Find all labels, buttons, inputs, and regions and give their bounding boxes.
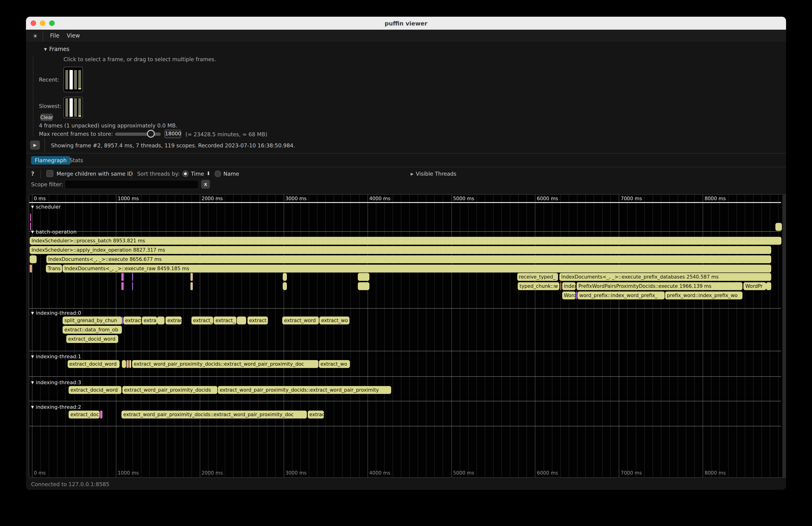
axis-tick-label: 4000 ms — [369, 195, 390, 201]
scope-bar[interactable]: index — [562, 282, 576, 290]
flamegraph-canvas[interactable]: 0 ms0 ms1000 ms1000 ms2000 ms2000 ms3000… — [29, 194, 786, 478]
scope-filter-clear-button[interactable]: x — [201, 180, 210, 189]
scope-bar[interactable]: extract_docid_word — [69, 386, 121, 394]
scope-bar[interactable]: extract_ — [214, 317, 236, 324]
thread-header-indexing-thread:1[interactable]: ▼indexing-thread:1 — [31, 354, 81, 360]
scope-bar[interactable]: PrefixWordPairsProximityDocids::execute … — [577, 282, 742, 290]
scope-bar-unlabeled[interactable] — [282, 273, 287, 281]
scope-bar-unlabeled[interactable] — [282, 282, 287, 290]
tab-flamegraph[interactable]: Flamegraph — [31, 156, 70, 164]
scope-bar-unlabeled[interactable] — [122, 360, 126, 368]
scope-bar-unlabeled[interactable] — [190, 282, 193, 290]
scope-bar[interactable]: IndexDocuments<_, _>::execute 8656.677 m… — [46, 255, 771, 263]
collapse-arrow-icon: ▼ — [31, 380, 34, 385]
scope-bar-unlabeled[interactable] — [100, 411, 102, 419]
thread-header-indexing-thread:0[interactable]: ▼indexing-thread:0 — [31, 310, 81, 316]
frame-thumbnail-tick — [78, 115, 81, 117]
thread-header-indexing-thread:3[interactable]: ▼indexing-thread:3 — [31, 380, 81, 385]
collapse-arrow-icon: ▼ — [31, 354, 34, 359]
help-button[interactable]: ? — [31, 171, 34, 177]
scope-bar[interactable]: extract_word_pair_proximity_docids::extr… — [121, 411, 307, 419]
scope-bar[interactable]: extract_word — [282, 317, 319, 324]
scope-bar-unlabeled[interactable] — [122, 317, 123, 324]
play-button[interactable]: ▶ — [30, 141, 40, 150]
sort-name-radio[interactable] — [215, 171, 221, 177]
scope-bar[interactable]: extract_wo — [319, 317, 349, 324]
scope-bar[interactable]: extract — [123, 317, 141, 324]
scope-bar[interactable]: extra — [142, 317, 157, 324]
scope-bar-unlabeled[interactable] — [129, 360, 131, 368]
scope-bar-unlabeled[interactable] — [576, 292, 577, 299]
scope-bar[interactable]: extract_docid_word — [66, 335, 118, 343]
frame-thumbnail-stripe — [74, 70, 77, 89]
theme-toggle-icon[interactable]: ☀ — [31, 32, 40, 40]
scope-bar[interactable]: IndexScheduler>::process_batch 8953.821 … — [30, 237, 781, 245]
scope-bar-unlabeled[interactable] — [766, 282, 771, 290]
scope-bar[interactable]: extrac — [307, 411, 324, 419]
section-separator — [29, 351, 781, 351]
tab-stats[interactable]: Stats — [70, 156, 83, 164]
scope-bar-unlabeled[interactable] — [132, 282, 133, 290]
scope-bar-unlabeled[interactable] — [126, 360, 129, 368]
scope-bar[interactable]: IndexScheduler>::apply_index_operation 8… — [30, 246, 771, 254]
scope-bar[interactable]: extract_wo — [319, 360, 350, 368]
controls-divider — [40, 170, 41, 178]
scope-bar-unlabeled[interactable] — [121, 273, 122, 281]
scope-bar-unlabeled[interactable] — [775, 223, 782, 231]
scope-bar[interactable]: split_grenad_by_chun — [62, 317, 122, 324]
sort-name-label[interactable]: Name — [223, 171, 239, 177]
separator — [26, 153, 786, 154]
scope-bar[interactable]: IndexDocuments<_, _>::execute_prefix_dat… — [560, 273, 771, 281]
max-frames-value[interactable]: 18000 — [164, 130, 181, 138]
sort-time-label[interactable]: Time — [191, 171, 204, 177]
scope-bar[interactable]: extract_word_pair_proximity_docids::extr… — [132, 360, 318, 368]
clear-button[interactable]: Clear — [40, 114, 53, 121]
scope-bar[interactable]: extract_word_pair_proximity_docids — [122, 386, 217, 394]
scope-bar[interactable]: word_prefix::index_word_prefix_ — [578, 292, 664, 299]
scope-bar[interactable]: Word — [562, 292, 576, 299]
thread-header-batch-operation[interactable]: ▼batch-operation — [31, 229, 76, 235]
menu-item-file[interactable]: File — [50, 32, 59, 39]
recent-frame-thumbnail[interactable] — [63, 67, 83, 92]
visible-threads-header[interactable]: ▶Visible Threads — [411, 171, 456, 177]
sort-time-radio[interactable] — [182, 171, 189, 177]
scope-bar-unlabeled[interactable] — [560, 282, 561, 290]
scope-bar[interactable]: extract_ — [191, 317, 213, 324]
slowest-frame-thumbnail[interactable] — [63, 97, 83, 118]
max-frames-slider-knob[interactable] — [147, 130, 155, 138]
frames-section-header[interactable]: ▼Frames — [44, 46, 70, 53]
scope-bar-unlabeled[interactable] — [122, 273, 124, 281]
scope-bar[interactable]: extract::data_from_ob — [62, 326, 122, 334]
scope-bar-unlabeled[interactable] — [30, 265, 32, 273]
flamegraph-scrollbar[interactable] — [782, 195, 786, 478]
scope-bar-unlabeled[interactable] — [358, 282, 369, 290]
thread-name: indexing-thread:3 — [36, 380, 81, 385]
scope-bar-unlabeled[interactable] — [190, 273, 193, 281]
merge-children-checkbox[interactable] — [46, 170, 53, 177]
scope-bar[interactable]: WordPr — [743, 282, 766, 290]
scope-bar[interactable]: receive_typed_ — [517, 273, 558, 281]
scope-bar[interactable]: extrac — [165, 317, 182, 324]
scope-bar[interactable]: extract_doc — [69, 411, 100, 419]
scope-bar-unlabeled[interactable] — [132, 273, 133, 281]
title-bar: puffin viewer — [26, 17, 786, 30]
scope-bar-unlabeled[interactable] — [121, 282, 122, 290]
scope-bar[interactable]: extract_word_pair_proximity_docids::extr… — [218, 386, 391, 394]
scope-bar[interactable]: IndexDocuments<_, _>::execute_raw 8459.1… — [62, 265, 771, 273]
scope-bar-unlabeled[interactable] — [30, 214, 31, 221]
scope-bar-unlabeled[interactable] — [236, 317, 246, 324]
scope-bar-unlabeled[interactable] — [30, 255, 37, 263]
scope-bar-unlabeled[interactable] — [157, 317, 164, 324]
scope-filter-input[interactable] — [64, 180, 199, 189]
scope-bar[interactable]: extract — [247, 317, 268, 324]
thread-header-indexing-thread:2[interactable]: ▼indexing-thread:2 — [31, 404, 81, 410]
scope-bar[interactable]: extract_docid_word — [68, 360, 119, 368]
sort-direction-icon[interactable]: ⬇ — [206, 171, 211, 177]
scope-bar[interactable]: typed_chunk::w — [518, 282, 560, 290]
scope-bar[interactable]: Trans — [46, 265, 62, 273]
menu-item-view[interactable]: View — [67, 32, 80, 39]
scope-bar[interactable]: prefix_word::index_prefix_wo — [665, 292, 742, 299]
scope-bar-unlabeled[interactable] — [358, 273, 369, 281]
thread-header-scheduler[interactable]: ▼scheduler — [31, 204, 61, 210]
scope-bar-unlabeled[interactable] — [122, 282, 124, 290]
